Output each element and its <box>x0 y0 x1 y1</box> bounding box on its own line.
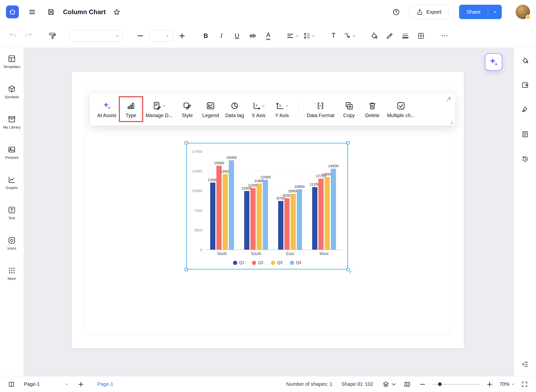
context-tool-x-axis[interactable]: xX Axis <box>250 101 267 118</box>
bar-q4-north[interactable]: 16000 <box>229 160 234 250</box>
gridline <box>205 250 341 250</box>
bar-q4-south[interactable]: 12500 <box>263 180 268 250</box>
fill-style-button[interactable] <box>519 54 532 67</box>
sidebar-item-symbols[interactable]: Symbols <box>1 85 23 99</box>
line-weight-button[interactable] <box>399 29 411 43</box>
bar-q3-east[interactable]: 10000 <box>291 194 296 250</box>
legend-item-q3[interactable]: Q3 <box>271 261 282 265</box>
underline-button[interactable]: U <box>231 29 243 43</box>
bar-q2-north[interactable]: 15000 <box>216 166 222 250</box>
fill-color-button[interactable] <box>368 29 380 43</box>
format-painter-button[interactable] <box>46 29 58 43</box>
home-button[interactable] <box>6 5 19 18</box>
bar-q4-east[interactable]: 10800 <box>297 189 302 250</box>
selected-chart[interactable]: 0352070401056014080176001200015000135001… <box>186 143 348 269</box>
italic-button[interactable]: I <box>215 29 228 43</box>
avatar[interactable] <box>516 5 530 19</box>
legend-item-q4[interactable]: Q4 <box>290 261 301 265</box>
context-tool-type[interactable]: Type <box>122 101 140 118</box>
bar-q4-west[interactable]: 14500 <box>331 169 336 250</box>
data-label: 14500 <box>328 164 338 168</box>
zoom-slider[interactable] <box>433 382 480 387</box>
sidebar-item-graphs[interactable]: Graphs <box>1 176 23 190</box>
bar-q2-east[interactable]: 9200 <box>284 198 290 250</box>
ai-assistant-button[interactable] <box>485 53 502 71</box>
pin-glyph-icon <box>446 96 452 102</box>
align-button[interactable] <box>286 29 299 43</box>
font-size-select[interactable] <box>150 30 172 41</box>
line-spacing-button[interactable] <box>302 29 316 43</box>
fullscreen-button[interactable] <box>519 379 530 390</box>
collapse-panel-button[interactable] <box>519 358 532 371</box>
x-axis-labels: NorthSouthEastWest <box>205 252 341 256</box>
menu-button[interactable] <box>26 6 38 18</box>
navigator-button[interactable] <box>402 379 413 390</box>
font-size-increase-button[interactable] <box>176 29 188 43</box>
connector-button[interactable] <box>343 29 356 43</box>
redo-icon <box>25 32 32 40</box>
text-tool-button[interactable]: T <box>327 29 340 43</box>
context-tool-style[interactable]: Style <box>179 101 196 118</box>
context-tool-multiple-charts[interactable]: Multiple ch... <box>387 101 415 118</box>
font-color-button[interactable]: A <box>262 29 274 43</box>
context-tool-data-tag[interactable]: Data tag <box>225 101 244 118</box>
bar-q2-west[interactable]: 12700 <box>318 179 324 250</box>
sidebar-item-more[interactable]: More <box>1 266 23 281</box>
bar-q2-south[interactable]: 11000 <box>250 188 256 250</box>
highlighter-button[interactable] <box>383 29 396 43</box>
history-button[interactable] <box>519 152 532 165</box>
strikethrough-button[interactable]: ab <box>246 29 259 43</box>
context-tool-y-axis[interactable]: yY Axis <box>273 101 291 118</box>
undo-button[interactable] <box>6 29 19 43</box>
bar-q3-south[interactable]: 11800 <box>257 184 262 250</box>
page-layout-button[interactable] <box>6 379 17 390</box>
pen-style-button[interactable] <box>519 103 532 116</box>
bar-q1-east[interactable]: 8700 <box>278 201 283 250</box>
help-button[interactable] <box>390 6 402 18</box>
bar-q1-west[interactable]: 11200 <box>312 187 317 250</box>
sidebar-item-my-library[interactable]: My Library <box>1 115 23 130</box>
add-page-button[interactable] <box>75 379 86 390</box>
context-tool-copy[interactable]: Copy <box>340 101 358 118</box>
zoom-out-button[interactable] <box>417 379 428 390</box>
context-tool-data-format[interactable]: </>Data Format <box>307 101 334 118</box>
canvas[interactable]: AI AssistTypeManage D...StyleLegendData … <box>24 48 514 376</box>
zoom-slider-knob[interactable] <box>438 382 442 386</box>
font-size-decrease-button[interactable] <box>134 29 146 43</box>
page-tab-active[interactable]: Page-1 <box>97 381 113 387</box>
zoom-level-selector[interactable]: 70% <box>500 381 515 387</box>
redo-button[interactable] <box>22 29 34 43</box>
sidebar-item-text[interactable]: Text <box>1 206 23 220</box>
save-button[interactable] <box>45 6 57 18</box>
context-tool-ai-assist[interactable]: AI Assist <box>97 101 116 118</box>
bar-q3-west[interactable]: 13000 <box>325 177 330 250</box>
bold-button[interactable]: B <box>200 29 212 43</box>
bar-q1-north[interactable]: 12000 <box>210 183 215 250</box>
sidebar-item-templates[interactable]: Templates <box>1 55 23 69</box>
more-button[interactable]: ⋯ <box>438 29 451 43</box>
bar-q1-south[interactable]: 10500 <box>244 191 249 250</box>
sidebar-item-icons[interactable]: Icons <box>1 236 23 251</box>
page-selector[interactable]: Page-1 <box>21 380 71 389</box>
share-button[interactable]: Share <box>459 5 488 19</box>
notes-button[interactable] <box>519 128 532 141</box>
favorite-star-button[interactable] <box>111 6 123 18</box>
legend-item-q1[interactable]: Q1 <box>233 261 244 265</box>
layers-button[interactable] <box>382 379 397 390</box>
top-header: Column Chart Export Share <box>0 0 536 24</box>
zoom-in-button[interactable] <box>484 379 495 390</box>
table-borders-button[interactable] <box>415 29 427 43</box>
export-button[interactable]: Export <box>409 5 449 19</box>
context-tool-legend[interactable]: Legend <box>202 101 219 118</box>
context-tool-delete[interactable]: Delete <box>364 101 381 118</box>
context-tool-manage-data[interactable]: Manage D... <box>146 101 173 118</box>
bar-q3-north[interactable]: 13500 <box>223 174 228 250</box>
share-dropdown-button[interactable] <box>488 5 502 19</box>
font-family-select[interactable] <box>70 30 123 41</box>
insert-panel-button[interactable] <box>519 79 532 92</box>
legend-item-q2[interactable]: Q2 <box>252 261 263 265</box>
sidebar-item-pictures[interactable]: Pictures <box>1 145 23 160</box>
chevron-down-icon <box>352 34 356 38</box>
pin-icon[interactable] <box>446 96 452 102</box>
context-tool-iconrow <box>368 101 377 111</box>
